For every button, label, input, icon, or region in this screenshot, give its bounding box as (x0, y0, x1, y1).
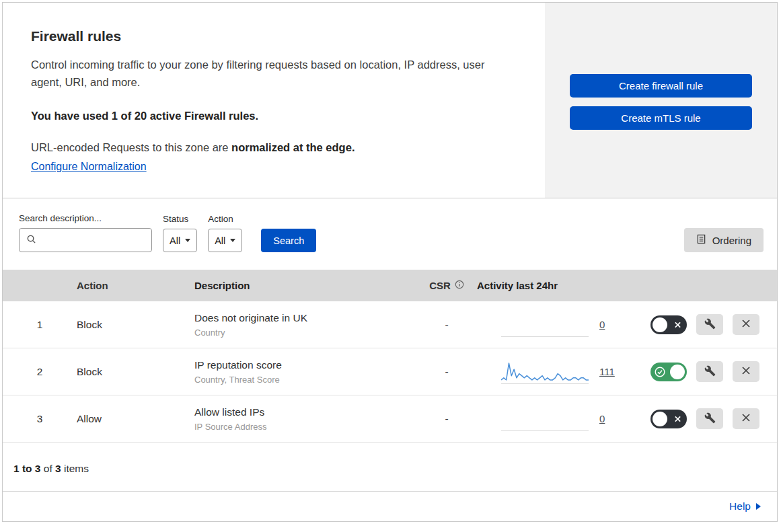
search-input-box[interactable] (19, 228, 152, 252)
rule-controls (634, 361, 777, 382)
edit-rule-button[interactable] (696, 408, 723, 429)
rule-priority: 1 (3, 319, 77, 331)
rule-fields: IP Source Address (194, 422, 416, 432)
activity-count-link[interactable]: 0 (599, 319, 605, 330)
col-activity-header: Activity last 24hr (477, 280, 634, 291)
rule-csr: - (416, 366, 477, 378)
col-action-header: Action (77, 280, 194, 291)
toggle-knob (670, 365, 685, 379)
rule-action: Block (77, 319, 194, 331)
rule-description: Does not originate in UK (194, 312, 416, 324)
activity-count-link[interactable]: 0 (599, 413, 605, 424)
chevron-right-icon (756, 503, 761, 510)
edit-rule-button[interactable] (696, 314, 723, 335)
activity-count-link[interactable]: 111 (599, 366, 615, 377)
rule-csr: - (416, 413, 477, 425)
search-label: Search description... (19, 213, 152, 223)
rule-controls (634, 314, 777, 335)
rule-fields: Country, Threat Score (194, 375, 416, 385)
activity-sparkline (501, 313, 589, 337)
table-row: 2 Block IP reputation score Country, Thr… (3, 348, 777, 395)
firewall-rules-page: Firewall rules Control incoming traffic … (2, 2, 778, 522)
table-row: 3 Allow Allow listed IPs IP Source Addre… (3, 395, 777, 443)
page-title: Firewall rules (31, 28, 518, 44)
activity-sparkline (501, 407, 589, 431)
wrench-icon (704, 365, 716, 379)
activity-sparkline (501, 360, 589, 384)
search-input[interactable] (42, 235, 145, 245)
rule-activity-cell: 111 (477, 360, 634, 384)
usage-summary: You have used 1 of 20 active Firewall ru… (31, 110, 518, 122)
list-icon (696, 234, 706, 246)
rule-action: Allow (77, 413, 194, 425)
close-icon (741, 319, 751, 330)
wrench-icon (704, 412, 716, 426)
rule-description-cell: IP reputation score Country, Threat Scor… (194, 359, 416, 385)
search-button[interactable]: Search (261, 229, 316, 252)
action-label: Action (208, 214, 242, 224)
rule-controls (634, 408, 777, 429)
rule-description: IP reputation score (194, 359, 416, 371)
pagination-total: 3 (55, 463, 61, 474)
rule-enabled-toggle[interactable] (650, 315, 687, 334)
delete-rule-button[interactable] (733, 314, 759, 335)
configure-normalization-link[interactable]: Configure Normalization (31, 161, 147, 173)
status-label: Status (163, 214, 197, 224)
page-description: Control incoming traffic to your zone by… (31, 56, 518, 91)
action-select[interactable]: All (208, 229, 242, 252)
edit-rule-button[interactable] (696, 361, 723, 382)
chevron-down-icon (230, 239, 235, 242)
intro-section: Firewall rules Control incoming traffic … (3, 3, 777, 198)
close-icon (741, 413, 751, 424)
help-link[interactable]: Help (729, 500, 761, 512)
rule-priority: 2 (3, 366, 77, 378)
rule-action: Block (77, 366, 194, 378)
rule-description: Allow listed IPs (194, 406, 416, 418)
search-icon (26, 234, 36, 247)
actions-panel: Create firewall rule Create mTLS rule (545, 3, 777, 198)
col-csr-header: CSR (416, 280, 477, 291)
wrench-icon (704, 318, 716, 332)
rule-description-cell: Allow listed IPs IP Source Address (194, 406, 416, 432)
toggle-knob (653, 412, 667, 426)
normalization-note: URL-encoded Requests to this zone are no… (31, 141, 518, 154)
pagination-range: 1 to 3 (13, 463, 40, 474)
rule-enabled-toggle[interactable] (650, 363, 687, 381)
col-description-header: Description (194, 280, 416, 291)
rule-description-cell: Does not originate in UK Country (194, 312, 416, 338)
toggle-knob (653, 317, 667, 332)
table-header: Action Description CSR Activity last 24h… (3, 270, 777, 301)
ordering-button[interactable]: Ordering (684, 228, 764, 252)
intro-text: Firewall rules Control incoming traffic … (3, 3, 545, 198)
delete-rule-button[interactable] (733, 408, 759, 429)
chevron-down-icon (185, 239, 190, 242)
rule-enabled-toggle[interactable] (650, 410, 687, 428)
rule-fields: Country (194, 328, 416, 338)
rule-activity-cell: 0 (477, 407, 634, 431)
filter-bar: Search description... Status All Action … (3, 198, 777, 270)
status-select[interactable]: All (163, 229, 197, 252)
help-bar: Help (3, 491, 777, 521)
status-filter-group: Status All (163, 214, 197, 252)
action-filter-group: Action All (208, 214, 242, 252)
delete-rule-button[interactable] (733, 361, 759, 382)
rule-csr: - (416, 319, 477, 331)
close-icon (741, 366, 751, 377)
create-mtls-rule-button[interactable]: Create mTLS rule (570, 106, 752, 130)
pagination-summary: 1 to 3 of 3 items (3, 443, 777, 491)
rule-activity-cell: 0 (477, 313, 634, 337)
create-firewall-rule-button[interactable]: Create firewall rule (570, 74, 752, 98)
search-group: Search description... (19, 213, 152, 252)
info-icon[interactable] (455, 280, 464, 291)
rule-priority: 3 (3, 413, 77, 425)
table-row: 1 Block Does not originate in UK Country… (3, 301, 777, 348)
